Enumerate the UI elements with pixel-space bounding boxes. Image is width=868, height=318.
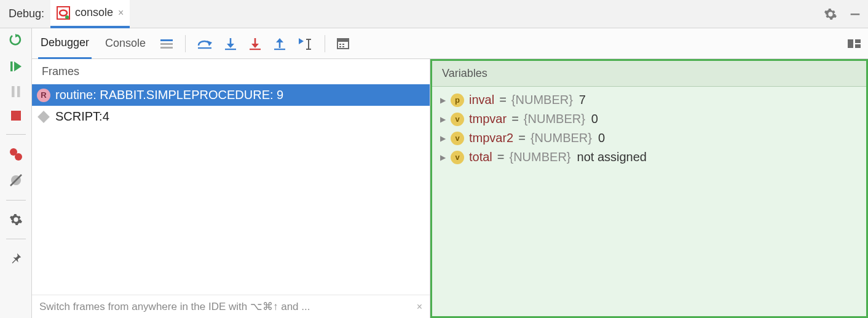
param-badge-icon: p	[451, 93, 464, 107]
variable-name: total	[469, 150, 492, 164]
debug-window-label: Debug:	[2, 7, 50, 20]
session-tab-console[interactable]: console ×	[50, 0, 130, 28]
var-badge-icon: v	[451, 113, 464, 126]
separator	[6, 239, 26, 239]
frame-row[interactable]: SCRIPT:4	[32, 106, 430, 127]
variables-header: Variables	[432, 61, 866, 87]
svg-rect-6	[17, 86, 20, 97]
settings-icon[interactable]	[824, 7, 837, 21]
svg-rect-27	[339, 44, 341, 45]
var-badge-icon: v	[451, 151, 464, 164]
rerun-icon[interactable]	[9, 33, 23, 48]
separator	[6, 200, 26, 201]
step-into-icon[interactable]	[224, 37, 237, 50]
close-icon[interactable]: ×	[417, 301, 422, 312]
chevron-right-icon[interactable]: ▶	[438, 134, 447, 143]
svg-rect-3	[851, 14, 860, 15]
frames-hint-text: Switch frames from anywhere in the IDE w…	[39, 300, 310, 313]
svg-rect-32	[855, 39, 861, 43]
variable-name: inval	[469, 93, 494, 107]
variable-value: not assigned	[575, 150, 647, 164]
chevron-right-icon[interactable]: ▶	[438, 153, 447, 162]
equals-sign: =	[498, 93, 508, 107]
svg-rect-29	[339, 46, 341, 47]
svg-rect-15	[198, 47, 211, 49]
layout-settings-icon[interactable]	[847, 38, 862, 50]
separator	[6, 134, 26, 135]
variable-row[interactable]: ▶ v tmpvar = {NUMBER} 0	[438, 109, 860, 129]
variables-list[interactable]: ▶ p inval = {NUMBER} 7 ▶ v tmpvar =	[432, 87, 866, 316]
var-badge-icon: v	[451, 132, 464, 145]
pause-icon[interactable]	[10, 85, 22, 98]
thread-selector-icon[interactable]	[159, 38, 174, 50]
svg-rect-31	[848, 39, 853, 48]
variables-pane: Variables ▶ p inval = {NUMBER} 7 ▶ v	[430, 59, 868, 318]
svg-point-9	[15, 153, 22, 161]
separator	[185, 35, 186, 52]
minimize-icon[interactable]	[848, 7, 862, 21]
svg-rect-28	[342, 44, 344, 45]
debug-settings-icon[interactable]	[9, 213, 23, 226]
frame-row[interactable]: R routine: RABBIT.SIMPLEPROCEDURE: 9	[32, 84, 430, 106]
run-to-cursor-icon[interactable]	[298, 37, 314, 50]
stop-icon[interactable]	[10, 109, 22, 122]
equals-sign: =	[496, 150, 506, 164]
svg-rect-4	[10, 62, 13, 71]
svg-rect-5	[12, 86, 15, 97]
svg-rect-12	[160, 39, 173, 41]
equals-sign: =	[510, 112, 520, 126]
frames-pane: Frames R routine: RABBIT.SIMPLEPROCEDURE…	[32, 59, 430, 318]
equals-sign: =	[517, 131, 527, 145]
force-step-into-icon[interactable]	[248, 37, 262, 50]
frames-list[interactable]: R routine: RABBIT.SIMPLEPROCEDURE: 9 SCR…	[32, 84, 430, 295]
frames-header: Frames	[32, 59, 430, 84]
variable-value: 0	[589, 112, 598, 126]
routine-badge-icon: R	[37, 89, 50, 102]
variable-type: {NUMBER}	[511, 93, 573, 107]
variable-row[interactable]: ▶ p inval = {NUMBER} 7	[438, 90, 860, 109]
svg-rect-21	[274, 49, 285, 50]
variable-type: {NUMBER}	[510, 150, 571, 164]
view-breakpoints-icon[interactable]	[9, 147, 23, 162]
script-diamond-icon	[37, 111, 50, 123]
evaluate-expression-icon[interactable]	[336, 37, 350, 50]
step-out-icon[interactable]	[273, 37, 286, 50]
debug-side-toolbar	[0, 28, 32, 318]
variable-value: 7	[577, 93, 586, 107]
chevron-right-icon[interactable]: ▶	[438, 115, 447, 124]
svg-rect-17	[225, 49, 236, 50]
frame-label: routine: RABBIT.SIMPLEPROCEDURE: 9	[55, 88, 283, 102]
svg-rect-19	[250, 49, 261, 50]
debug-toolbar: Debugger Console	[32, 28, 868, 59]
frame-label: SCRIPT:4	[55, 109, 109, 124]
svg-rect-26	[337, 39, 349, 42]
variable-row[interactable]: ▶ v tmpvar2 = {NUMBER} 0	[438, 129, 860, 148]
oracle-icon	[57, 6, 70, 20]
variable-type: {NUMBER}	[531, 131, 592, 145]
svg-rect-7	[11, 111, 21, 121]
session-tab-label: console	[75, 6, 113, 19]
svg-rect-30	[342, 46, 344, 47]
pin-icon[interactable]	[9, 252, 23, 265]
variable-name: tmpvar	[469, 112, 507, 126]
chevron-right-icon[interactable]: ▶	[438, 96, 447, 105]
svg-rect-33	[855, 44, 861, 48]
step-over-icon[interactable]	[197, 37, 213, 50]
svg-point-2	[65, 15, 69, 19]
variable-value: 0	[596, 131, 605, 145]
mute-breakpoints-icon[interactable]	[9, 173, 23, 188]
variable-name: tmpvar2	[469, 131, 513, 145]
frames-hint: Switch frames from anywhere in the IDE w…	[32, 295, 430, 318]
separator	[325, 35, 325, 52]
svg-rect-13	[160, 43, 173, 45]
close-icon[interactable]: ×	[118, 7, 124, 18]
tab-console[interactable]: Console	[103, 28, 148, 58]
variable-type: {NUMBER}	[524, 112, 585, 126]
titlebar: Debug: console ×	[0, 0, 868, 28]
svg-rect-14	[160, 47, 173, 49]
tab-debugger[interactable]: Debugger	[38, 29, 92, 59]
variable-row[interactable]: ▶ v total = {NUMBER} not assigned	[438, 148, 860, 167]
resume-icon[interactable]	[9, 59, 23, 74]
